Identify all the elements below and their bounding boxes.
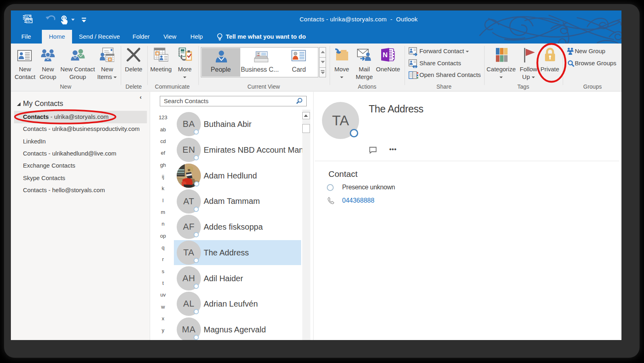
svg-text:N: N [383, 51, 388, 59]
